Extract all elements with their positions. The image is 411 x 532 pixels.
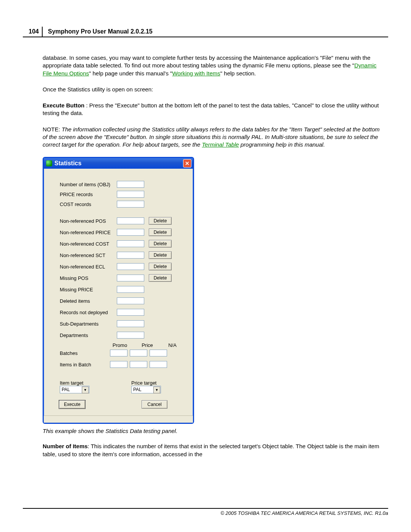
label-dept: Departments	[60, 332, 117, 338]
label-nr-cost: Non-referenced COST	[60, 241, 117, 247]
label-nr-sct: Non-referenced SCT	[60, 252, 117, 258]
text: : Press the "Execute" button at the bott…	[43, 102, 379, 116]
field-nr-pos[interactable]	[117, 217, 144, 224]
dialog-titlebar[interactable]: Statistics ✕	[44, 158, 193, 169]
chevron-down-icon: ▼	[153, 387, 160, 393]
statistics-dialog: Statistics ✕ Number of items (OBJ) PRICE…	[43, 157, 194, 424]
field-dept[interactable]	[117, 332, 144, 339]
delete-nr-sct-button[interactable]: Delete	[149, 251, 172, 259]
text: database. In some cases, you may want to…	[43, 54, 370, 69]
label-num-items: Number of items (OBJ)	[60, 182, 117, 187]
figure-caption: This example shows the Statistics Data t…	[43, 428, 386, 434]
label-nr-ecl: Non-referenced ECL	[60, 264, 117, 270]
field-batches-promo[interactable]	[110, 350, 127, 356]
execute-button[interactable]: Execute	[59, 400, 85, 409]
field-nr-price[interactable]	[117, 229, 144, 236]
note-label: NOTE:	[43, 126, 62, 133]
paragraph-execute: Execute Button : Press the "Execute" but…	[43, 102, 386, 117]
label-miss-pos: Missing POS	[60, 275, 117, 281]
label-items-in-batch: Items in Batch	[60, 362, 110, 367]
label-number-of-items: Number of Items	[43, 443, 88, 449]
cancel-button[interactable]: Cancel	[142, 400, 167, 409]
text: " help section.	[220, 70, 256, 77]
label-nr-pos: Non-referenced POS	[60, 218, 117, 224]
note-text-b: programming help in this manual.	[239, 141, 325, 148]
field-iib-price[interactable]	[130, 361, 147, 368]
batch-column-headers: Promo Price N/A	[110, 342, 187, 348]
link-working-with-items[interactable]: Working with Items	[172, 70, 220, 77]
link-terminal-table[interactable]: Terminal Table	[202, 141, 239, 148]
label-item-target: Item target	[60, 380, 89, 386]
field-num-items[interactable]	[117, 181, 144, 188]
label-sub-dept: Sub-Departments	[60, 321, 117, 327]
col-promo: Promo	[110, 342, 130, 348]
delete-nr-price-button[interactable]: Delete	[149, 228, 172, 236]
close-icon[interactable]: ✕	[183, 159, 191, 168]
field-miss-price[interactable]	[117, 286, 144, 293]
label-cost-records: COST records	[60, 201, 117, 207]
price-target-value: PAL	[133, 387, 142, 392]
label-not-deployed: Records not deployed	[60, 310, 117, 315]
delete-miss-pos-button[interactable]: Delete	[149, 274, 172, 282]
item-target-value: PAL	[62, 387, 70, 392]
app-icon	[46, 160, 52, 166]
delete-nr-pos-button[interactable]: Delete	[149, 217, 172, 225]
col-na: N/A	[165, 342, 180, 348]
paragraph-num-of-items: Number of Items: This indicates the numb…	[43, 443, 386, 458]
field-batches-price[interactable]	[130, 350, 147, 356]
delete-nr-cost-button[interactable]: Delete	[149, 240, 172, 248]
field-cost-records[interactable]	[117, 201, 144, 208]
item-target-combo[interactable]: PAL ▼	[60, 386, 89, 393]
chevron-down-icon: ▼	[82, 387, 89, 393]
field-sub-dept[interactable]	[117, 320, 144, 327]
dialog-body: Number of items (OBJ) PRICE records COST…	[44, 169, 193, 415]
label-execute-button: Execute Button	[43, 102, 84, 109]
label-price-records: PRICE records	[60, 192, 117, 197]
delete-nr-ecl-button[interactable]: Delete	[149, 263, 172, 270]
field-batches-na[interactable]	[150, 350, 167, 356]
field-price-records[interactable]	[117, 191, 144, 198]
text: : This indicates the number of items tha…	[43, 443, 379, 457]
field-miss-pos[interactable]	[117, 275, 144, 281]
dialog-title: Statistics	[54, 160, 183, 167]
content: database. In some cases, you may want to…	[23, 54, 388, 458]
field-not-deployed[interactable]	[117, 309, 144, 316]
text: " help page under this manual's "	[89, 70, 172, 77]
field-iib-promo[interactable]	[110, 361, 127, 368]
label-batches: Batches	[60, 350, 110, 356]
field-iib-na[interactable]	[150, 361, 167, 368]
paragraph-db: database. In some cases, you may want to…	[43, 54, 386, 77]
dialog-statusbar	[44, 415, 193, 423]
field-del-items[interactable]	[117, 297, 144, 304]
price-target-combo[interactable]: PAL ▼	[131, 386, 161, 393]
field-nr-cost[interactable]	[117, 240, 144, 247]
field-nr-sct[interactable]	[117, 252, 144, 259]
page-footer: © 2005 TOSHIBA TEC AMERICA AMERICA RETAI…	[23, 508, 388, 516]
page-number: 104	[23, 27, 43, 37]
label-del-items: Deleted items	[60, 298, 117, 304]
col-price: Price	[137, 342, 157, 348]
field-nr-ecl[interactable]	[117, 263, 144, 270]
paragraph-open: Once the Statistics utility is open on s…	[43, 86, 386, 93]
label-miss-price: Missing PRICE	[60, 287, 117, 292]
page-header: 104 Symphony Pro User Manual 2.0.2.15	[23, 27, 388, 37]
paragraph-note: NOTE: The information collected using th…	[43, 126, 386, 149]
label-price-target: Price target	[131, 380, 161, 386]
page: 104 Symphony Pro User Manual 2.0.2.15 da…	[0, 0, 411, 532]
manual-title: Symphony Pro User Manual 2.0.2.15	[43, 27, 388, 37]
label-nr-price: Non-referenced PRICE	[60, 230, 117, 235]
